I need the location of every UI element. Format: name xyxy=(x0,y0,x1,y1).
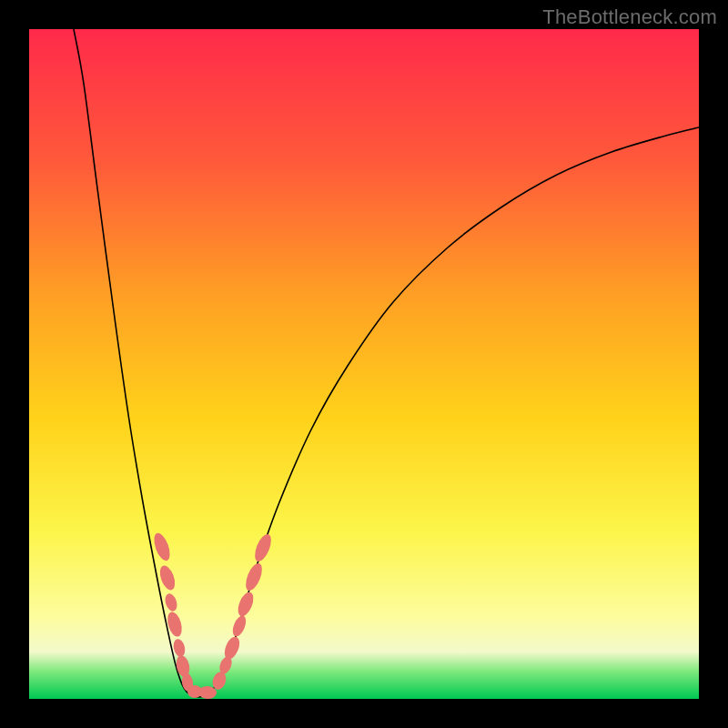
data-marker xyxy=(252,532,275,564)
data-marker xyxy=(230,614,248,639)
plot-area xyxy=(29,29,699,699)
marker-group xyxy=(151,531,275,699)
watermark-text: TheBottleneck.com xyxy=(542,5,717,29)
data-marker xyxy=(151,531,173,563)
data-marker xyxy=(157,563,178,592)
chart-frame: TheBottleneck.com xyxy=(0,0,728,728)
data-marker xyxy=(163,592,179,613)
curve-svg xyxy=(29,29,699,699)
data-marker xyxy=(222,634,243,661)
data-marker xyxy=(172,638,187,658)
data-marker xyxy=(235,590,256,618)
data-marker xyxy=(243,561,266,593)
